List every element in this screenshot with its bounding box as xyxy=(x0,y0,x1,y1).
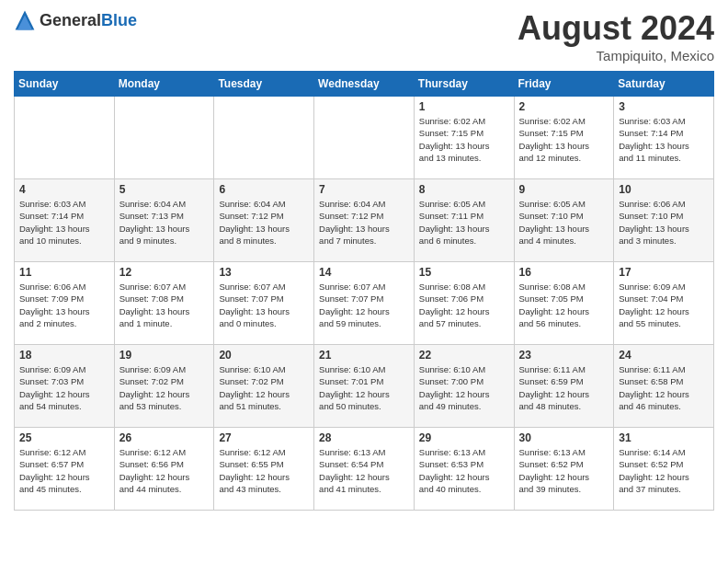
header: GeneralBlue August 2024 Tampiquito, Mexi… xyxy=(14,9,714,63)
day-info: Sunrise: 6:10 AM Sunset: 7:00 PM Dayligh… xyxy=(419,363,509,412)
day-info: Sunrise: 6:12 AM Sunset: 6:57 PM Dayligh… xyxy=(19,446,109,495)
calendar-cell: 5Sunrise: 6:04 AM Sunset: 7:13 PM Daylig… xyxy=(114,179,214,262)
day-number: 13 xyxy=(219,266,309,279)
calendar-cell: 8Sunrise: 6:05 AM Sunset: 7:11 PM Daylig… xyxy=(414,179,514,262)
day-info: Sunrise: 6:03 AM Sunset: 7:14 PM Dayligh… xyxy=(19,198,109,247)
day-number: 6 xyxy=(219,183,309,196)
calendar-cell: 1Sunrise: 6:02 AM Sunset: 7:15 PM Daylig… xyxy=(414,97,514,179)
calendar-cell: 22Sunrise: 6:10 AM Sunset: 7:00 PM Dayli… xyxy=(414,345,514,428)
day-info: Sunrise: 6:07 AM Sunset: 7:07 PM Dayligh… xyxy=(219,281,309,329)
calendar-cell: 24Sunrise: 6:11 AM Sunset: 6:58 PM Dayli… xyxy=(614,345,714,428)
day-number: 30 xyxy=(519,431,609,444)
week-row-3: 18Sunrise: 6:09 AM Sunset: 7:03 PM Dayli… xyxy=(15,345,714,428)
day-info: Sunrise: 6:02 AM Sunset: 7:15 PM Dayligh… xyxy=(519,115,609,164)
day-info: Sunrise: 6:09 AM Sunset: 7:03 PM Dayligh… xyxy=(19,363,109,412)
day-number: 3 xyxy=(619,100,709,113)
day-info: Sunrise: 6:13 AM Sunset: 6:52 PM Dayligh… xyxy=(519,446,609,495)
day-number: 22 xyxy=(419,349,509,362)
calendar-cell: 13Sunrise: 6:07 AM Sunset: 7:07 PM Dayli… xyxy=(214,262,314,345)
calendar-cell: 15Sunrise: 6:08 AM Sunset: 7:06 PM Dayli… xyxy=(414,262,514,345)
day-number: 15 xyxy=(419,266,509,279)
day-info: Sunrise: 6:11 AM Sunset: 6:59 PM Dayligh… xyxy=(519,363,609,412)
day-info: Sunrise: 6:10 AM Sunset: 7:02 PM Dayligh… xyxy=(219,363,309,412)
day-info: Sunrise: 6:10 AM Sunset: 7:01 PM Dayligh… xyxy=(319,363,409,412)
day-number: 26 xyxy=(119,431,210,444)
day-number: 14 xyxy=(319,266,409,279)
day-info: Sunrise: 6:03 AM Sunset: 7:14 PM Dayligh… xyxy=(619,115,709,164)
week-row-2: 11Sunrise: 6:06 AM Sunset: 7:09 PM Dayli… xyxy=(15,262,714,345)
day-info: Sunrise: 6:13 AM Sunset: 6:53 PM Dayligh… xyxy=(419,446,509,495)
calendar-body: 1Sunrise: 6:02 AM Sunset: 7:15 PM Daylig… xyxy=(15,97,714,511)
day-number: 21 xyxy=(319,349,409,362)
day-number: 4 xyxy=(19,183,109,196)
day-header-thursday: Thursday xyxy=(414,72,514,97)
day-info: Sunrise: 6:07 AM Sunset: 7:07 PM Dayligh… xyxy=(319,281,409,329)
calendar-cell: 11Sunrise: 6:06 AM Sunset: 7:09 PM Dayli… xyxy=(15,262,115,345)
calendar-cell xyxy=(15,97,115,179)
calendar-cell: 29Sunrise: 6:13 AM Sunset: 6:53 PM Dayli… xyxy=(414,428,514,511)
logo: GeneralBlue xyxy=(14,9,137,31)
day-info: Sunrise: 6:08 AM Sunset: 7:05 PM Dayligh… xyxy=(519,281,609,329)
week-row-0: 1Sunrise: 6:02 AM Sunset: 7:15 PM Daylig… xyxy=(15,97,714,179)
day-number: 23 xyxy=(519,349,609,362)
calendar-cell: 12Sunrise: 6:07 AM Sunset: 7:08 PM Dayli… xyxy=(114,262,214,345)
day-header-saturday: Saturday xyxy=(614,72,714,97)
day-header-monday: Monday xyxy=(114,72,214,97)
calendar-cell: 31Sunrise: 6:14 AM Sunset: 6:52 PM Dayli… xyxy=(614,428,714,511)
day-info: Sunrise: 6:02 AM Sunset: 7:15 PM Dayligh… xyxy=(419,115,509,164)
calendar-cell: 30Sunrise: 6:13 AM Sunset: 6:52 PM Dayli… xyxy=(514,428,614,511)
calendar-cell: 25Sunrise: 6:12 AM Sunset: 6:57 PM Dayli… xyxy=(15,428,115,511)
calendar-cell: 26Sunrise: 6:12 AM Sunset: 6:56 PM Dayli… xyxy=(114,428,214,511)
day-info: Sunrise: 6:04 AM Sunset: 7:12 PM Dayligh… xyxy=(319,198,409,247)
day-info: Sunrise: 6:09 AM Sunset: 7:02 PM Dayligh… xyxy=(119,363,210,412)
day-number: 20 xyxy=(219,349,309,362)
day-number: 28 xyxy=(319,431,409,444)
calendar-cell: 16Sunrise: 6:08 AM Sunset: 7:05 PM Dayli… xyxy=(514,262,614,345)
calendar-cell: 3Sunrise: 6:03 AM Sunset: 7:14 PM Daylig… xyxy=(614,97,714,179)
day-info: Sunrise: 6:05 AM Sunset: 7:10 PM Dayligh… xyxy=(519,198,609,247)
calendar-cell: 7Sunrise: 6:04 AM Sunset: 7:12 PM Daylig… xyxy=(314,179,415,262)
day-info: Sunrise: 6:07 AM Sunset: 7:08 PM Dayligh… xyxy=(119,281,210,329)
day-number: 5 xyxy=(119,183,210,196)
day-number: 31 xyxy=(619,431,709,444)
day-info: Sunrise: 6:13 AM Sunset: 6:54 PM Dayligh… xyxy=(319,446,409,495)
day-number: 2 xyxy=(519,100,609,113)
day-number: 12 xyxy=(119,266,210,279)
day-info: Sunrise: 6:12 AM Sunset: 6:56 PM Dayligh… xyxy=(119,446,210,495)
calendar-cell: 21Sunrise: 6:10 AM Sunset: 7:01 PM Dayli… xyxy=(314,345,415,428)
calendar-cell: 18Sunrise: 6:09 AM Sunset: 7:03 PM Dayli… xyxy=(15,345,115,428)
day-number: 24 xyxy=(619,349,709,362)
logo-blue: Blue xyxy=(101,11,137,29)
day-number: 7 xyxy=(319,183,409,196)
month-year: August 2024 xyxy=(518,9,714,48)
day-number: 25 xyxy=(19,431,109,444)
day-number: 18 xyxy=(19,349,109,362)
calendar-cell: 20Sunrise: 6:10 AM Sunset: 7:02 PM Dayli… xyxy=(214,345,314,428)
day-number: 8 xyxy=(419,183,509,196)
calendar-cell xyxy=(114,97,214,179)
calendar-cell: 23Sunrise: 6:11 AM Sunset: 6:59 PM Dayli… xyxy=(514,345,614,428)
day-info: Sunrise: 6:11 AM Sunset: 6:58 PM Dayligh… xyxy=(619,363,709,412)
day-info: Sunrise: 6:09 AM Sunset: 7:04 PM Dayligh… xyxy=(619,281,709,329)
day-number: 27 xyxy=(219,431,309,444)
calendar-cell xyxy=(314,97,415,179)
calendar-cell: 10Sunrise: 6:06 AM Sunset: 7:10 PM Dayli… xyxy=(614,179,714,262)
day-info: Sunrise: 6:12 AM Sunset: 6:55 PM Dayligh… xyxy=(219,446,309,495)
day-number: 16 xyxy=(519,266,609,279)
day-info: Sunrise: 6:04 AM Sunset: 7:12 PM Dayligh… xyxy=(219,198,309,247)
calendar-cell: 6Sunrise: 6:04 AM Sunset: 7:12 PM Daylig… xyxy=(214,179,314,262)
calendar-cell xyxy=(214,97,314,179)
location: Tampiquito, Mexico xyxy=(518,48,714,63)
day-info: Sunrise: 6:05 AM Sunset: 7:11 PM Dayligh… xyxy=(419,198,509,247)
day-number: 9 xyxy=(519,183,609,196)
day-info: Sunrise: 6:06 AM Sunset: 7:09 PM Dayligh… xyxy=(19,281,109,329)
day-info: Sunrise: 6:04 AM Sunset: 7:13 PM Dayligh… xyxy=(119,198,210,247)
day-number: 17 xyxy=(619,266,709,279)
calendar-cell: 19Sunrise: 6:09 AM Sunset: 7:02 PM Dayli… xyxy=(114,345,214,428)
day-info: Sunrise: 6:08 AM Sunset: 7:06 PM Dayligh… xyxy=(419,281,509,329)
calendar-cell: 2Sunrise: 6:02 AM Sunset: 7:15 PM Daylig… xyxy=(514,97,614,179)
calendar-cell: 28Sunrise: 6:13 AM Sunset: 6:54 PM Dayli… xyxy=(314,428,415,511)
title-area: August 2024 Tampiquito, Mexico xyxy=(518,9,714,63)
calendar-cell: 14Sunrise: 6:07 AM Sunset: 7:07 PM Dayli… xyxy=(314,262,415,345)
week-row-1: 4Sunrise: 6:03 AM Sunset: 7:14 PM Daylig… xyxy=(15,179,714,262)
